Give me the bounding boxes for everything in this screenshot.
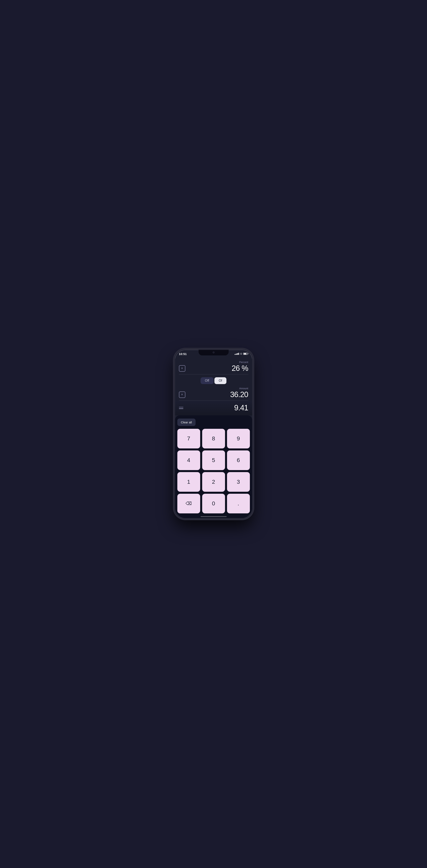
backspace-icon: ⌫ [186, 501, 192, 506]
phone-shell: 10:51 ⊙ Percent [174, 349, 253, 519]
toggle-off-button[interactable]: Off [201, 377, 214, 384]
key-3[interactable]: 3 [227, 472, 250, 492]
key-backspace[interactable]: ⌫ [177, 494, 200, 514]
percent-label: Percent [179, 361, 248, 364]
key-0[interactable]: 0 [202, 494, 225, 514]
key-9[interactable]: 9 [227, 429, 250, 448]
signal-icon [235, 353, 239, 355]
toggle-row: Off Of [179, 374, 248, 387]
toggle-of-button[interactable]: Of [215, 377, 227, 384]
signal-dot-3 [237, 353, 238, 355]
amount-input-row: 36.20 [179, 390, 248, 399]
amount-value: 36.20 [230, 390, 248, 399]
app-content: Percent 26 % Off Of Amount 36.20 [175, 359, 252, 518]
key-4[interactable]: 4 [177, 451, 200, 470]
amount-label: Amount [179, 387, 248, 390]
result-section: 9.41 [175, 401, 252, 415]
home-bar [201, 516, 227, 517]
percent-row: Percent 26 % [179, 361, 248, 374]
equals-icon [179, 407, 183, 409]
result-value: 9.41 [234, 404, 248, 412]
percent-value: 26 % [232, 364, 248, 373]
signal-dot-4 [238, 353, 239, 355]
key-5[interactable]: 5 [202, 451, 225, 470]
amount-clear-button[interactable] [179, 392, 185, 398]
clear-all-button[interactable]: Clear all [177, 418, 196, 426]
status-time: 10:51 [179, 352, 187, 355]
camera [212, 351, 215, 353]
key-2[interactable]: 2 [202, 472, 225, 492]
notch [199, 350, 229, 355]
wifi-icon: ⊙ [240, 352, 242, 355]
signal-dot-1 [235, 354, 235, 355]
percent-clear-button[interactable] [179, 365, 185, 372]
key-7[interactable]: 7 [177, 429, 200, 448]
amount-row: Amount 36.20 [179, 387, 248, 401]
percent-input-row: 26 % [179, 364, 248, 373]
status-icons: ⊙ [235, 352, 248, 355]
key-dot[interactable]: . [227, 494, 250, 514]
keypad-grid: 7 8 9 4 5 6 1 2 3 ⌫ 0 . [177, 429, 250, 514]
clear-all-row: Clear all [177, 418, 250, 426]
key-6[interactable]: 6 [227, 451, 250, 470]
keypad-section: Clear all 7 8 9 4 5 6 1 2 3 ⌫ 0 . [175, 415, 252, 518]
signal-dot-2 [236, 353, 237, 355]
battery-icon [243, 352, 248, 355]
key-1[interactable]: 1 [177, 472, 200, 492]
display-area: Percent 26 % Off Of Amount 36.20 [175, 359, 252, 401]
key-8[interactable]: 8 [202, 429, 225, 448]
